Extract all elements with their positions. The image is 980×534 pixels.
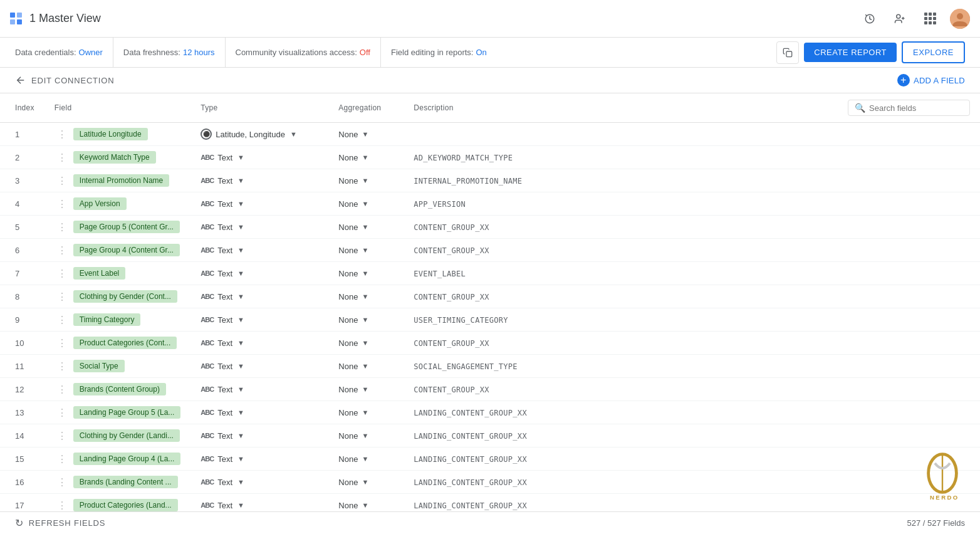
type-dropdown-arrow[interactable]: ▼	[237, 409, 244, 416]
field-chip[interactable]: Internal Promotion Name	[73, 174, 169, 187]
cell-index: 5	[0, 216, 44, 239]
type-dropdown-arrow[interactable]: ▼	[237, 154, 244, 161]
edit-connection-label: EDIT CONNECTION	[31, 76, 114, 85]
type-dropdown-arrow[interactable]: ▼	[237, 501, 244, 509]
agg-dropdown-arrow[interactable]: ▼	[362, 154, 368, 161]
type-dropdown-arrow[interactable]: ▼	[237, 177, 244, 184]
type-dropdown-arrow[interactable]: ▼	[237, 223, 244, 231]
type-dropdown-arrow[interactable]: ▼	[237, 385, 244, 393]
history-icon[interactable]	[860, 9, 880, 29]
drag-handle[interactable]: ⋮	[55, 175, 70, 187]
agg-dropdown-arrow[interactable]: ▼	[362, 339, 368, 347]
type-label: Text	[217, 269, 232, 278]
type-dropdown-arrow[interactable]: ▼	[237, 293, 244, 300]
drag-handle[interactable]: ⋮	[55, 221, 70, 233]
field-chip[interactable]: Page Group 5 (Content Gr...	[73, 221, 180, 233]
agg-dropdown-arrow[interactable]: ▼	[362, 177, 368, 184]
field-chip[interactable]: Brands (Content Group)	[73, 383, 166, 395]
cell-index: 16	[0, 471, 44, 494]
field-chip[interactable]: Page Group 4 (Content Gr...	[73, 244, 180, 256]
data-freshness-value[interactable]: 12 hours	[183, 48, 215, 57]
drag-handle[interactable]: ⋮	[55, 198, 70, 210]
drag-handle[interactable]: ⋮	[55, 500, 70, 511]
type-dropdown-arrow[interactable]: ▼	[237, 200, 244, 207]
agg-dropdown-arrow[interactable]: ▼	[362, 385, 368, 393]
type-dropdown-arrow[interactable]: ▼	[237, 316, 244, 323]
search-input[interactable]	[869, 103, 963, 113]
cell-description: INTERNAL_PROMOTION_NAME	[404, 169, 837, 192]
drag-handle[interactable]: ⋮	[55, 430, 70, 442]
drag-handle[interactable]: ⋮	[55, 476, 70, 488]
drag-handle[interactable]: ⋮	[55, 291, 70, 303]
drag-handle[interactable]: ⋮	[55, 244, 70, 256]
field-chip[interactable]: Timing Category	[73, 313, 141, 326]
field-chip[interactable]: Social Type	[73, 360, 125, 372]
cell-type: ABC Text ▼	[190, 239, 328, 262]
drag-handle[interactable]: ⋮	[55, 152, 70, 164]
cell-type: ABC Text ▼	[190, 401, 328, 424]
type-dropdown-arrow[interactable]: ▼	[237, 432, 244, 439]
aggregation-value: None	[338, 478, 358, 487]
aggregation-value: None	[338, 246, 358, 255]
type-dropdown-arrow[interactable]: ▼	[237, 362, 244, 370]
agg-dropdown-arrow[interactable]: ▼	[362, 293, 368, 300]
account-icon[interactable]	[890, 9, 910, 29]
type-dropdown-arrow[interactable]: ▼	[237, 246, 244, 254]
type-label: Text	[217, 385, 232, 394]
cell-description: LANDING_CONTENT_GROUP_XX	[404, 471, 837, 494]
agg-dropdown-arrow[interactable]: ▼	[362, 200, 368, 207]
drag-handle[interactable]: ⋮	[55, 314, 70, 326]
drag-handle[interactable]: ⋮	[55, 360, 70, 372]
agg-dropdown-arrow[interactable]: ▼	[362, 409, 368, 416]
data-credentials-value[interactable]: Owner	[79, 48, 103, 57]
cell-type: ABC Text ▼	[190, 169, 328, 192]
drag-handle[interactable]: ⋮	[55, 384, 70, 395]
type-dropdown-arrow[interactable]: ▼	[237, 270, 244, 277]
drag-handle[interactable]: ⋮	[55, 453, 70, 465]
community-value[interactable]: Off	[360, 48, 370, 57]
cell-type: ABC Text ▼	[190, 285, 328, 308]
type-dropdown-arrow[interactable]: ▼	[237, 478, 244, 486]
agg-dropdown-arrow[interactable]: ▼	[362, 362, 368, 370]
header-search[interactable]: 🔍	[838, 93, 980, 123]
aggregation-value: None	[338, 431, 358, 441]
field-chip[interactable]: Keyword Match Type	[73, 151, 156, 164]
field-chip[interactable]: Landing Page Group 4 (La...	[73, 453, 180, 465]
svg-point-1	[897, 14, 900, 18]
drag-handle[interactable]: ⋮	[55, 268, 70, 280]
add-field-button[interactable]: + ADD A FIELD	[897, 74, 965, 86]
field-chip[interactable]: Product Categories (Cont...	[73, 337, 177, 349]
agg-dropdown-arrow[interactable]: ▼	[362, 478, 368, 486]
copy-icon-btn[interactable]	[776, 41, 799, 64]
drag-handle[interactable]: ⋮	[55, 337, 70, 349]
create-report-button[interactable]: CREATE REPORT	[804, 43, 897, 62]
agg-dropdown-arrow[interactable]: ▼	[362, 246, 368, 254]
field-chip[interactable]: Latitude Longitude	[73, 128, 148, 140]
agg-dropdown-arrow[interactable]: ▼	[362, 316, 368, 323]
drag-handle[interactable]: ⋮	[55, 407, 70, 419]
field-chip[interactable]: Brands (Landing Content ...	[73, 476, 178, 488]
grid-icon[interactable]	[920, 9, 940, 29]
explore-button[interactable]: EXPLORE	[902, 41, 965, 63]
agg-dropdown-arrow[interactable]: ▼	[362, 223, 368, 231]
cell-type: ABC Text ▼	[190, 216, 328, 239]
type-dropdown-arrow[interactable]: ▼	[237, 455, 244, 463]
type-dropdown-arrow[interactable]: ▼	[237, 339, 244, 347]
user-avatar[interactable]	[950, 9, 970, 29]
agg-dropdown-arrow[interactable]: ▼	[362, 432, 368, 439]
field-editing-value[interactable]: On	[476, 48, 486, 57]
drag-handle[interactable]: ⋮	[55, 128, 70, 140]
type-dropdown-arrow[interactable]: ▼	[290, 130, 297, 138]
agg-dropdown-arrow[interactable]: ▼	[362, 455, 368, 463]
field-chip[interactable]: Event Label	[73, 267, 125, 280]
back-button[interactable]: EDIT CONNECTION	[15, 75, 114, 86]
description-value: CONTENT_GROUP_XX	[414, 293, 489, 301]
agg-dropdown-arrow[interactable]: ▼	[362, 501, 368, 509]
field-chip[interactable]: Landing Page Group 5 (La...	[73, 406, 180, 419]
agg-dropdown-arrow[interactable]: ▼	[362, 270, 368, 277]
field-chip[interactable]: Product Categories (Land...	[73, 499, 178, 511]
agg-dropdown-arrow[interactable]: ▼	[362, 130, 368, 138]
field-chip[interactable]: App Version	[73, 197, 127, 210]
field-chip[interactable]: Clothing by Gender (Cont...	[73, 290, 177, 303]
field-chip[interactable]: Clothing by Gender (Landi...	[73, 429, 180, 442]
